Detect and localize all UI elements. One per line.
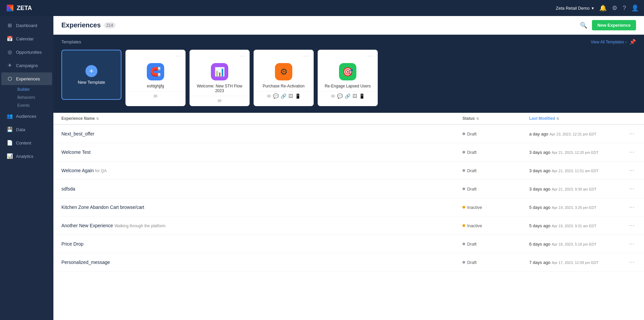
template-name-2: Purchase Re-Activation [254, 82, 314, 91]
pin-icon[interactable]: 📌 [629, 39, 636, 45]
email-ch-2: ✉ [267, 93, 271, 99]
dashboard-icon: ⊞ [7, 22, 13, 28]
sort-modified-icon: ⇅ [556, 117, 559, 120]
status-dot-5 [462, 224, 465, 227]
sidebar: ⊞ Dashboard 📅 Calendar ◎ Opportunities ✈… [0, 16, 53, 320]
row-more-button-2[interactable]: ··· [628, 166, 636, 175]
row-name-6[interactable]: Price Drop [61, 241, 83, 247]
nav-right: Zeta Retail Demo ▾ 🔔 ⚙ ? 👤 [556, 4, 639, 12]
row-name-4[interactable]: Kitchen Zone Abandon Cart browse/cart [61, 205, 144, 210]
template-menu-0[interactable]: ··· [176, 53, 182, 58]
sidebar-item-campaigns[interactable]: ✈ Campaigns [1, 59, 52, 72]
profile-icon[interactable]: 👤 [631, 4, 639, 12]
sidebar-label-experiences: Experiences [16, 76, 40, 81]
account-selector[interactable]: Zeta Retail Demo ▾ [556, 6, 594, 11]
campaigns-icon: ✈ [7, 62, 13, 68]
help-icon[interactable]: ? [623, 5, 626, 12]
sidebar-item-experiences[interactable]: ⬡ Experiences [1, 72, 52, 85]
sidebar-item-data[interactable]: 💾 Data [1, 123, 52, 136]
row-name-0[interactable]: Next_best_offer [61, 131, 94, 136]
template-card-top-3: ··· [318, 50, 378, 60]
modified-absolute-3: Apr 21, 2023, 9:30 am EDT [552, 187, 597, 191]
sidebar-item-dashboard[interactable]: ⊞ Dashboard [1, 19, 52, 32]
row-modified-5: 5 days ago Apr 19, 2023, 9:31 am EDT [529, 223, 623, 228]
template-name-0: esfdghjjfg [125, 82, 186, 91]
row-actions-1: ··· [623, 148, 636, 156]
view-all-templates-link[interactable]: View All Templates › [591, 40, 627, 44]
row-status-1: Draft [462, 150, 529, 155]
sidebar-label-audiences: Audiences [16, 114, 36, 119]
sidebar-item-opportunities[interactable]: ◎ Opportunities [1, 46, 52, 58]
modified-relative-4: 5 days ago [529, 205, 551, 210]
template-card-2[interactable]: ··· ⚙ Purchase Re-Activation ✉ 💬 🔗 🖼 📱 [254, 50, 314, 106]
logo[interactable]: ZETA [5, 3, 32, 13]
template-menu-2[interactable]: ··· [304, 53, 310, 58]
col-header-modified[interactable]: Last Modified ⇅ [529, 116, 623, 121]
sort-status-icon: ⇅ [476, 117, 479, 120]
status-dot-0 [462, 132, 465, 135]
sort-name-icon: ⇅ [96, 117, 99, 120]
display-ch-3: 🖼 [352, 93, 357, 99]
sidebar-label-campaigns: Campaigns [16, 63, 38, 68]
notifications-icon[interactable]: 🔔 [599, 4, 607, 12]
row-more-button-4[interactable]: ··· [628, 203, 636, 212]
modified-relative-3: 3 days ago [529, 187, 551, 192]
top-navigation: ZETA Zeta Retail Demo ▾ 🔔 ⚙ ? 👤 [0, 0, 644, 16]
status-label-5: Inactive [467, 223, 482, 228]
row-more-button-3[interactable]: ··· [628, 185, 636, 193]
row-more-button-6[interactable]: ··· [628, 240, 636, 248]
row-name-2[interactable]: Welcome Again [61, 168, 94, 173]
sidebar-label-opportunities: Opportunities [16, 50, 42, 55]
new-template-card[interactable]: + New Template [61, 50, 121, 100]
row-modified-4: 5 days ago Apr 19, 2023, 3:26 pm EDT [529, 205, 623, 210]
sidebar-item-content[interactable]: 📄 Content [1, 136, 52, 149]
row-status-7: Draft [462, 260, 529, 265]
status-label-0: Draft [467, 131, 476, 136]
sidebar-item-analytics[interactable]: 📊 Analytics [1, 150, 52, 163]
row-name-1[interactable]: Welcome Test [61, 149, 90, 155]
page-header: Experiences 214 🔍 New Experience [53, 16, 644, 35]
search-button[interactable]: 🔍 [579, 20, 589, 30]
template-menu-1[interactable]: ··· [240, 53, 246, 58]
template-card-0[interactable]: ··· 🧲 esfdghjjfg ✉ [125, 50, 186, 106]
row-name-area-1: Welcome Test [61, 149, 462, 155]
template-menu-3[interactable]: ··· [368, 53, 374, 58]
template-card-1[interactable]: ··· 📊 Welcome: New STH Flow 2023 ✉ [190, 50, 250, 106]
sidebar-sub-events[interactable]: Events [15, 101, 53, 109]
sidebar-sub-builder[interactable]: Builder [15, 85, 53, 93]
row-more-button-0[interactable]: ··· [628, 129, 636, 138]
table-body: Next_best_offer Draft a day ago Apr 23, … [53, 125, 644, 272]
status-label-6: Draft [467, 242, 476, 247]
sidebar-label-dashboard: Dashboard [16, 23, 37, 28]
row-actions-3: ··· [623, 185, 636, 193]
settings-icon[interactable]: ⚙ [612, 4, 617, 12]
template-card-3[interactable]: ··· 🎯 Re-Engage Lapsed Users ✉ 💬 🔗 🖼 📱 [318, 50, 378, 106]
sidebar-item-calendar[interactable]: 📅 Calendar [1, 32, 52, 45]
table-row: Next_best_offer Draft a day ago Apr 23, … [53, 125, 644, 143]
row-actions-6: ··· [623, 240, 636, 248]
sidebar-item-audiences[interactable]: 👥 Audiences [1, 110, 52, 122]
row-more-button-7[interactable]: ··· [628, 258, 636, 267]
account-chevron: ▾ [592, 6, 594, 11]
row-more-button-5[interactable]: ··· [628, 221, 636, 230]
table-row: Welcome Again for QA Draft 3 days ago Ap… [53, 162, 644, 180]
col-header-status[interactable]: Status ⇅ [462, 116, 529, 121]
row-name-area-3: sdfsda [61, 186, 462, 192]
template-icon-area-1: 📊 [190, 60, 250, 82]
row-name-area-7: Personalized_message [61, 260, 462, 265]
status-dot-2 [462, 169, 465, 172]
sidebar-sub-behaviors[interactable]: Behaviors [15, 93, 53, 101]
template-channels-3: ✉ 💬 🔗 🖼 📱 [318, 91, 378, 101]
opportunities-icon: ◎ [7, 49, 13, 55]
status-label-2: Draft [467, 168, 476, 173]
row-name-7[interactable]: Personalized_message [61, 260, 110, 265]
col-header-name[interactable]: Experience Name ⇅ [61, 116, 462, 121]
row-name-5[interactable]: Another New Experience [61, 223, 113, 228]
modified-absolute-1: Apr 21, 2023, 12:20 pm EDT [552, 150, 599, 154]
row-name-3[interactable]: sdfsda [61, 186, 75, 192]
header-right: 🔍 New Experience [579, 20, 636, 30]
row-more-button-1[interactable]: ··· [628, 148, 636, 156]
new-experience-button[interactable]: New Experience [592, 20, 636, 30]
status-dot-7 [462, 261, 465, 264]
modified-relative-1: 3 days ago [529, 150, 551, 155]
